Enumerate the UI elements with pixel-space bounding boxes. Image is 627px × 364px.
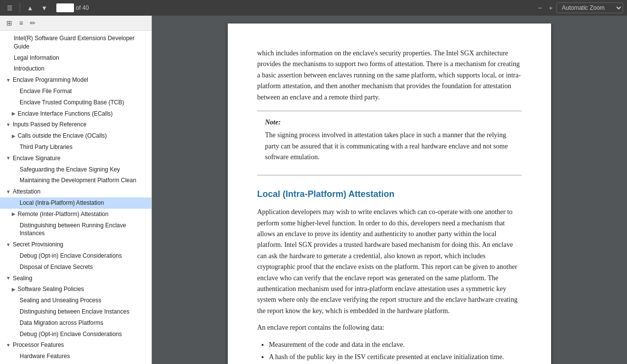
next-page-button[interactable]: ▼	[38, 2, 50, 14]
toc-item-secret-prov[interactable]: ▼Secret Provisioning	[0, 239, 151, 250]
toc-item-enclave-iface[interactable]: ▶Enclave Interface Functions (ECalls)	[0, 108, 151, 120]
toc-item-safeguard[interactable]: Safeguarding the Enclave Signing Key	[0, 164, 151, 175]
toc-item-local-attest[interactable]: Local (Intra-Platform) Attestation	[0, 197, 151, 209]
toc-arrow-inputs-passed[interactable]: ▼	[6, 121, 11, 128]
main-area: ⊞ ≡ ✏ Intel(R) Software Guard Extensions…	[0, 16, 627, 364]
toc-item-maintain-dev[interactable]: Maintaining the Development Platform Cle…	[0, 175, 151, 186]
toc-arrow-processor-feat[interactable]: ▼	[6, 342, 11, 349]
sidebar: ⊞ ≡ ✏ Intel(R) Software Guard Extensions…	[0, 16, 152, 364]
toc-item-intro[interactable]: Introduction	[0, 63, 151, 74]
toc-item-data-migration[interactable]: Data Migration across Platforms	[0, 317, 151, 329]
prev-page-button[interactable]: ▲	[24, 2, 36, 14]
zoom-select[interactable]: Automatic Zoom Actual Size Page Fit Page…	[556, 2, 623, 13]
toc-label-secret-prov: Secret Provisioning	[13, 241, 147, 249]
total-pages: of 40	[76, 4, 89, 11]
bullet-item-0: Measurement of the code and data in the …	[269, 340, 522, 350]
note-text: The signing process involved in attestat…	[265, 130, 514, 163]
toc-item-sealing[interactable]: ▼Sealing	[0, 273, 151, 284]
toc-arrow-enclave-prog[interactable]: ▼	[6, 77, 11, 84]
edit-button[interactable]: ✏	[27, 18, 38, 28]
toc-arrow-calls-outside[interactable]: ▶	[12, 133, 16, 140]
toc-label-distinguish-running: Distinguishing between Running Enclave I…	[20, 221, 147, 238]
toc-label-legal: Legal Information	[14, 54, 147, 62]
toc-item-processor-feat[interactable]: ▼Processor Features	[0, 340, 151, 351]
toc-item-enclave-tcb[interactable]: Enclave Trusted Computing Base (TCB)	[0, 97, 151, 108]
sidebar-toolbar: ⊞ ≡ ✏	[0, 16, 151, 31]
toc-label-inputs-passed: Inputs Passed by Reference	[13, 121, 147, 129]
toc-item-attestation[interactable]: ▼Attestation	[0, 186, 151, 197]
toolbar-separator	[20, 3, 20, 13]
toc-label-sealing: Sealing	[13, 274, 147, 283]
section-title: Local (Intra-Platform) Attestation	[257, 187, 522, 201]
toc-arrow-remote-attest[interactable]: ▶	[12, 211, 16, 218]
toc-label-intel-sgx: Intel(R) Software Guard Extensions Devel…	[14, 34, 147, 51]
toc-label-enclave-iface: Enclave Interface Functions (ECalls)	[18, 110, 147, 118]
toc-item-enclave-file[interactable]: Enclave File Format	[0, 86, 151, 97]
top-toolbar: ☰ ▲ ▼ 14 of 40 − + Automatic Zoom Actual…	[0, 0, 627, 16]
bullet-list: Measurement of the code and data in the …	[269, 340, 522, 364]
toc-item-distinguish-enc[interactable]: Distinguishing between Enclave Instances	[0, 306, 151, 317]
note-label: Note:	[265, 117, 514, 128]
toc-label-intro: Introduction	[14, 65, 147, 73]
toc-item-enclave-prog[interactable]: ▼Enclave Programming Model	[0, 74, 151, 86]
grid-view-button[interactable]: ⊞	[4, 18, 15, 28]
toc-label-attestation: Attestation	[13, 188, 147, 196]
toc-label-enclave-sig: Enclave Signature	[13, 154, 147, 163]
toc-arrow-software-sealing[interactable]: ▶	[12, 286, 16, 293]
toc-label-distinguish-enc: Distinguishing between Enclave Instances	[20, 308, 147, 316]
zoom-controls: − + Automatic Zoom Actual Size Page Fit …	[535, 2, 623, 14]
toc-label-processor-feat: Processor Features	[13, 341, 147, 349]
toc-label-enclave-tcb: Enclave Trusted Computing Base (TCB)	[20, 98, 147, 107]
toggle-sidebar-button[interactable]: ☰	[4, 2, 16, 14]
toc-item-calls-outside[interactable]: ▶Calls outside the Enclave (OCalls)	[0, 130, 151, 142]
toc-item-remote-attest[interactable]: ▶Remote (Inter-Platform) Attestation	[0, 209, 151, 220]
toc-label-disposal: Disposal of Enclave Secrets	[20, 263, 147, 271]
toc-label-sealing-unseal: Sealing and Unsealing Process	[20, 296, 147, 305]
toc-arrow-secret-prov[interactable]: ▼	[6, 242, 11, 248]
toc-label-remote-attest: Remote (Inter-Platform) Attestation	[18, 210, 147, 218]
toc-item-distinguish-running[interactable]: Distinguishing between Running Enclave I…	[0, 220, 151, 240]
toc-label-enclave-prog: Enclave Programming Model	[13, 76, 147, 84]
toc-item-software-sealing[interactable]: ▶Software Sealing Policies	[0, 284, 151, 295]
page-content: which includes information on the enclav…	[228, 24, 551, 364]
toc-label-enclave-file: Enclave File Format	[20, 87, 147, 96]
content-wrap[interactable]: which includes information on the enclav…	[152, 16, 627, 364]
toc-label-third-party: Third Party Libraries	[20, 143, 147, 151]
toc-label-data-migration: Data Migration across Platforms	[20, 319, 147, 327]
toc-label-debug-optin: Debug (Opt-in) Enclave Considerations	[20, 252, 147, 260]
toc-item-sealing-unseal[interactable]: Sealing and Unsealing Process	[0, 295, 151, 306]
bullet-item-1: A hash of the public key in the ISV cert…	[269, 352, 522, 362]
toc-arrow-attestation[interactable]: ▼	[6, 189, 11, 195]
content-area: which includes information on the enclav…	[152, 16, 627, 364]
zoom-plus-button[interactable]: +	[546, 2, 555, 14]
page-indicator: 14 of 40	[56, 3, 89, 12]
toc-item-enclave-sig[interactable]: ▼Enclave Signature	[0, 153, 151, 164]
toc-item-disposal[interactable]: Disposal of Enclave Secrets	[0, 262, 151, 273]
toc-item-legal[interactable]: Legal Information	[0, 52, 151, 64]
intro-paragraph: which includes information on the enclav…	[257, 48, 522, 103]
toc-label-safeguard: Safeguarding the Enclave Signing Key	[20, 166, 147, 174]
toc-item-third-party[interactable]: Third Party Libraries	[0, 142, 151, 153]
zoom-minus-button[interactable]: −	[535, 2, 545, 14]
toc-item-run-enclave-val[interactable]: Running an Enclave with Validated Featur…	[0, 362, 151, 364]
toc-item-debug-optin2[interactable]: Debug (Opt-in) Enclave Considerations	[0, 329, 151, 340]
toc-arrow-sealing[interactable]: ▼	[6, 275, 11, 282]
toc-item-hardware-feat[interactable]: Hardware Features	[0, 351, 151, 362]
toc-arrow-enclave-iface[interactable]: ▶	[12, 110, 16, 117]
toc-label-debug-optin2: Debug (Opt-in) Enclave Considerations	[20, 330, 147, 339]
bullet-intro: An enclave report contains the following…	[257, 322, 522, 333]
toc-label-calls-outside: Calls outside the Enclave (OCalls)	[18, 132, 147, 140]
toc-label-hardware-feat: Hardware Features	[20, 352, 147, 361]
list-view-button[interactable]: ≡	[17, 18, 25, 28]
page-input[interactable]: 14	[56, 3, 74, 12]
toc-label-local-attest: Local (Intra-Platform) Attestation	[20, 199, 147, 207]
sidebar-toc: Intel(R) Software Guard Extensions Devel…	[0, 31, 151, 364]
toc-label-software-sealing: Software Sealing Policies	[18, 285, 147, 293]
toc-label-maintain-dev: Maintaining the Development Platform Cle…	[20, 176, 147, 185]
toc-item-debug-optin[interactable]: Debug (Opt-in) Enclave Considerations	[0, 250, 151, 262]
note-box: Note: The signing process involved in at…	[257, 111, 522, 175]
toc-item-intel-sgx[interactable]: Intel(R) Software Guard Extensions Devel…	[0, 33, 151, 52]
toc-item-inputs-passed[interactable]: ▼Inputs Passed by Reference	[0, 119, 151, 130]
body-paragraph: Application developers may wish to write…	[257, 207, 522, 316]
toc-arrow-enclave-sig[interactable]: ▼	[6, 155, 11, 162]
